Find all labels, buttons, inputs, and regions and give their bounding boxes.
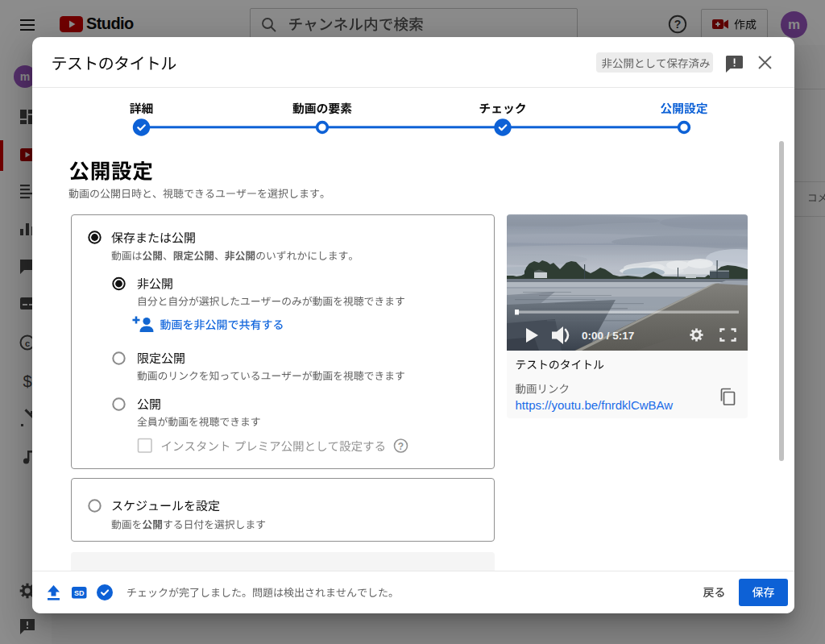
svg-text:0:00 / 5:17: 0:00 / 5:17 bbox=[582, 330, 634, 342]
